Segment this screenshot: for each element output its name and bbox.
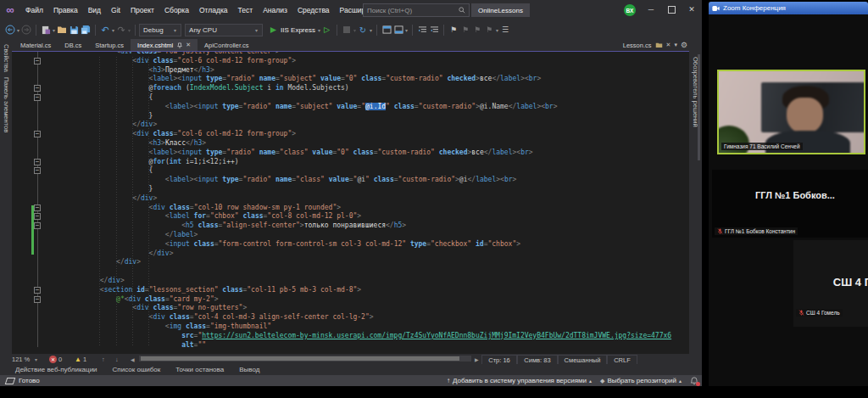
dropdown-caret[interactable]: ▾	[405, 27, 408, 33]
start-without-debug-icon[interactable]	[321, 24, 333, 36]
dropdown-caret[interactable]: ▾	[318, 27, 320, 33]
minimize-button[interactable]: ─	[641, 1, 661, 18]
restore-button[interactable]	[661, 1, 682, 18]
code-token: div	[129, 295, 141, 303]
user-avatar[interactable]: ВХ	[624, 4, 636, 16]
tab-startup-cs[interactable]: Startup.cs	[88, 39, 131, 51]
scroll-right-arrow[interactable]: ▶	[475, 354, 479, 364]
chevron-down-icon[interactable]: ▾	[674, 42, 677, 48]
quick-search-box[interactable]: Поиск (Ctrl+Q)	[363, 3, 470, 17]
zoom-titlebar[interactable]: Zoom Конференция	[709, 2, 868, 14]
fold-toggle[interactable]: −	[34, 222, 41, 229]
dropdown-caret[interactable]: ▾	[496, 27, 498, 33]
start-debug-icon[interactable]	[267, 24, 279, 36]
fold-toggle[interactable]: −	[34, 213, 41, 220]
menu-item[interactable]: Файл	[20, 0, 48, 20]
fold-toggle[interactable]: −	[34, 131, 41, 137]
redo-icon[interactable]: ↷	[115, 24, 127, 36]
tab-index-cshtml[interactable]: Index.cshtml✕	[131, 39, 198, 51]
indent-decrease-icon[interactable]	[416, 24, 428, 36]
open-file-icon[interactable]	[56, 24, 68, 36]
menu-item[interactable]: Отладка	[194, 0, 233, 20]
editor-zoom-level[interactable]: 121 %	[12, 354, 30, 364]
fold-toggle[interactable]: −	[34, 85, 41, 92]
tab-db-cs[interactable]: DB.cs	[58, 39, 88, 51]
scroll-left-arrow[interactable]: ◀	[131, 354, 135, 364]
bookmark-icon[interactable]: ⚑	[448, 24, 459, 36]
promote-tab-icon[interactable]	[655, 42, 663, 48]
clear-bookmarks-icon[interactable]: ⚑	[483, 24, 495, 36]
dropdown-caret[interactable]: ▾	[370, 27, 372, 33]
navigate-forward-icon[interactable]	[20, 24, 32, 36]
fold-toggle[interactable]: −	[34, 287, 41, 294]
fold-toggle[interactable]: −	[34, 159, 41, 165]
menu-item[interactable]: Анализ	[258, 0, 292, 20]
code-line: </div>	[51, 121, 671, 130]
error-count[interactable]: ✕ 0	[49, 354, 62, 364]
warning-count[interactable]: ▲ 1	[75, 354, 86, 364]
menu-item[interactable]: Правка	[48, 0, 83, 20]
notifications-bell-icon[interactable]	[690, 377, 698, 385]
tab-lesson[interactable]: Lesson.cs	[623, 42, 652, 49]
next-bookmark-icon[interactable]: ⚑	[471, 24, 483, 36]
participant-video-active[interactable]: Гимназия 71 Василий Сенчей	[717, 70, 865, 154]
dropdown-caret[interactable]: ▾	[17, 27, 19, 33]
dropdown-caret[interactable]: ▾	[353, 27, 356, 33]
panel-tab--[interactable]: Точки останова	[175, 366, 224, 373]
notification-badge	[696, 382, 700, 386]
navigate-back-icon[interactable]	[4, 24, 16, 36]
dropdown-caret[interactable]: ▾	[53, 27, 55, 33]
menu-item[interactable]: Вид	[83, 0, 106, 20]
refresh-icon[interactable]: ↻	[357, 24, 369, 36]
show-output-icon[interactable]	[381, 24, 392, 36]
panel-tab--[interactable]: Список ошибок	[113, 366, 161, 373]
close-button[interactable]: ✕	[682, 1, 702, 18]
stop-icon[interactable]	[341, 24, 353, 36]
participant-video-camera-off[interactable]: СШ 4 Гомель СШ 4 Гомель	[793, 240, 868, 327]
fold-toggle[interactable]: −	[34, 94, 41, 101]
toggle-panel-icon[interactable]	[392, 24, 404, 36]
overflow-icon[interactable]: ☰	[499, 24, 511, 36]
fold-toggle[interactable]: −	[34, 58, 41, 64]
new-project-icon[interactable]	[40, 24, 52, 36]
prev-change-arrow[interactable]: ↑	[102, 354, 105, 364]
dropdown-caret[interactable]: ▾	[128, 27, 131, 33]
undo-icon[interactable]: ↶	[99, 24, 111, 36]
participant-video-camera-off[interactable]: ГГЛ №1 Бобков... ГГЛ №1 Бобков Константи…	[712, 170, 868, 238]
tab-apicontroller-cs[interactable]: ApiController.cs	[198, 39, 256, 51]
dropdown-caret[interactable]: ▾	[112, 27, 114, 33]
fold-toggle[interactable]: −	[34, 296, 41, 303]
save-icon[interactable]	[68, 24, 80, 36]
solution-configuration-dropdown[interactable]: Debug▾	[139, 24, 181, 36]
add-to-source-control-button[interactable]: ↑ Добавить в систему управления версиями…	[447, 377, 592, 384]
next-change-arrow[interactable]: ↓	[115, 354, 119, 364]
panel-tab--[interactable]: Вывод	[239, 366, 259, 373]
solution-name-badge[interactable]: OnlineLessons	[471, 3, 530, 17]
sidebar-tab-properties[interactable]: Свойства	[3, 44, 10, 72]
panel-tab--[interactable]: Действие веб-публикации	[15, 366, 97, 373]
indent-increase-icon[interactable]	[428, 24, 440, 36]
menu-item[interactable]: Git	[106, 0, 125, 20]
scrollbar-rail[interactable]	[698, 54, 700, 160]
run-profile-label[interactable]: IIS Express	[281, 26, 315, 34]
menu-item[interactable]: Сборка	[159, 0, 194, 20]
menu-item[interactable]: Проект	[125, 0, 159, 20]
scrollbar-thumb[interactable]	[141, 356, 459, 361]
sidebar-tab-toolbox[interactable]: Панель элементов	[3, 77, 10, 132]
close-icon[interactable]: ✕	[666, 42, 671, 48]
menu-item[interactable]: Тест	[233, 0, 259, 20]
pin-icon[interactable]	[177, 42, 182, 48]
fold-toggle[interactable]: −	[34, 205, 41, 211]
horizontal-scrollbar[interactable]	[139, 356, 471, 362]
save-all-icon[interactable]	[80, 24, 92, 36]
fold-toggle[interactable]: −	[34, 167, 41, 174]
editor-options-gear-icon[interactable]: ⚙	[681, 41, 687, 49]
code-editor[interactable]: <div class="row justify-content-center">…	[12, 52, 689, 354]
tab-material-cs[interactable]: Material.cs	[14, 39, 58, 51]
menu-item[interactable]: Средства	[292, 0, 335, 20]
prev-bookmark-icon[interactable]: ⚑	[459, 24, 471, 36]
solution-platform-dropdown[interactable]: Any CPU▾	[185, 24, 263, 36]
close-icon[interactable]: ✕	[186, 42, 191, 48]
chevron-down-icon[interactable]: ▾	[35, 354, 37, 364]
select-repository-button[interactable]: ◆ Выбрать репозиторий ▴	[600, 377, 682, 384]
